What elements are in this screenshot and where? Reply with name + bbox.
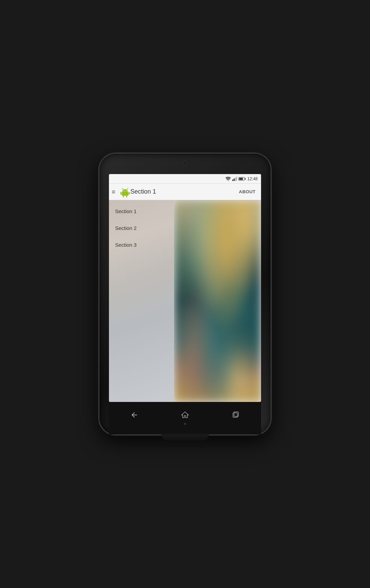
sidebar-item-section3[interactable]: Section 3 — [109, 236, 174, 253]
svg-rect-4 — [236, 177, 237, 181]
battery-icon — [238, 177, 245, 181]
home-button[interactable] — [179, 409, 191, 421]
sidebar: Section 1 Section 2 Section 3 — [109, 200, 174, 402]
svg-rect-9 — [128, 192, 130, 195]
content-area: Section 1 Section 2 Section 3 — [109, 200, 261, 402]
svg-rect-14 — [233, 413, 237, 417]
wifi-icon — [225, 177, 231, 181]
svg-line-5 — [122, 188, 123, 189]
signal-icon — [232, 177, 237, 181]
front-camera — [183, 161, 187, 165]
status-bar: 12:48 — [109, 174, 261, 184]
android-icon — [120, 186, 131, 197]
back-icon — [130, 411, 138, 419]
main-content — [174, 200, 261, 402]
sidebar-item-section2[interactable]: Section 2 — [109, 220, 174, 236]
app-bar: ≡ — [109, 184, 261, 200]
device-body: 12:48 ≡ — [99, 154, 271, 434]
sidebar-item-section1[interactable]: Section 1 — [109, 203, 174, 220]
bottom-nav — [109, 402, 261, 434]
recents-button[interactable] — [230, 409, 242, 421]
status-time: 12:48 — [247, 176, 258, 181]
recents-icon — [232, 411, 240, 419]
svg-point-13 — [126, 191, 126, 191]
screen: 12:48 ≡ — [109, 174, 261, 402]
svg-point-12 — [123, 191, 124, 191]
back-button[interactable] — [128, 409, 140, 421]
home-icon — [181, 411, 189, 419]
svg-rect-15 — [234, 412, 238, 416]
svg-rect-8 — [120, 192, 121, 195]
fingerprint-dot — [184, 423, 186, 425]
status-icons: 12:48 — [225, 176, 258, 181]
about-button[interactable]: ABOUT — [236, 188, 258, 196]
svg-rect-3 — [235, 177, 236, 181]
svg-rect-11 — [126, 196, 127, 197]
device-wrapper: 12:48 ≡ — [92, 147, 278, 441]
hamburger-icon[interactable]: ≡ — [112, 189, 115, 195]
device-chin — [161, 434, 209, 441]
svg-rect-1 — [232, 180, 233, 181]
svg-line-6 — [127, 188, 128, 189]
svg-rect-7 — [122, 192, 128, 196]
svg-rect-2 — [234, 179, 235, 181]
battery-fill — [239, 178, 243, 180]
content-image — [174, 200, 261, 402]
svg-point-0 — [228, 180, 229, 181]
svg-rect-10 — [123, 196, 124, 197]
app-title: Section 1 — [131, 188, 236, 195]
